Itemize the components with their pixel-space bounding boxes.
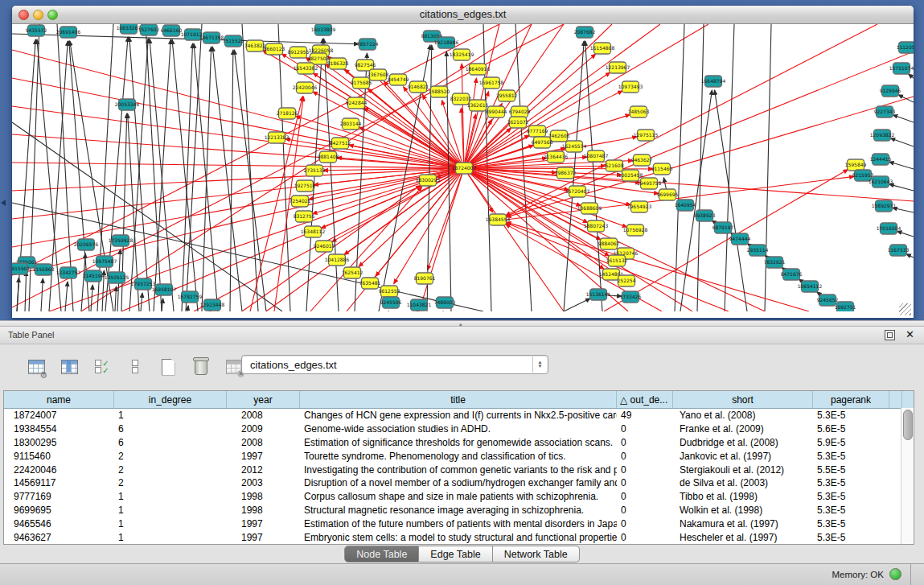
network-node[interactable]: 6466160	[161, 25, 183, 36]
network-node[interactable]: 8912955	[288, 47, 310, 58]
network-node[interactable]: 15136141	[586, 289, 611, 300]
network-node[interactable]: 9435572	[26, 25, 47, 36]
network-node[interactable]: 8190761	[414, 273, 436, 284]
network-node[interactable]: 20691406	[56, 27, 81, 38]
network-node[interactable]: 8660123	[264, 43, 285, 55]
network-node[interactable]: 9115460	[651, 163, 673, 175]
network-node[interactable]: 1621072	[507, 117, 529, 128]
network-node[interactable]: 16033809	[311, 24, 336, 35]
network-node[interactable]: 16154808	[590, 43, 615, 54]
table-row[interactable]: 1872400712008Changes of HCN gene express…	[4, 409, 914, 422]
network-node[interactable]: 9884067	[598, 238, 620, 249]
table-row[interactable]: 977716911998Corpus callosum shape and si…	[4, 490, 914, 504]
network-node[interactable]: 1145194	[83, 270, 105, 282]
network-node[interactable]: 16782759	[178, 291, 203, 303]
network-node[interactable]: 11043821	[407, 299, 432, 311]
network-node[interactable]: 10025458	[618, 170, 643, 181]
network-node[interactable]: 10654112	[798, 281, 823, 292]
column-header-pagerank[interactable]: pagerank	[813, 391, 889, 408]
network-node[interactable]: 12342757	[56, 267, 81, 278]
network-node[interactable]: 17359928	[109, 235, 133, 246]
network-node[interactable]: 7955812	[496, 90, 518, 101]
column-header-in_degree[interactable]: in_degree	[114, 391, 227, 408]
network-node[interactable]: 12975115	[634, 130, 659, 141]
network-node[interactable]: 6497568	[532, 137, 553, 148]
split-divider-handle-icon[interactable]: ▴	[459, 321, 462, 327]
network-node[interactable]: 9474444	[729, 233, 751, 245]
network-node[interactable]: 19654923	[627, 201, 652, 212]
network-node[interactable]: 1615132	[606, 255, 628, 266]
network-node[interactable]: 18807243	[584, 220, 609, 232]
network-node[interactable]: 8312755	[294, 211, 315, 222]
network-node[interactable]: 7832621	[764, 257, 786, 268]
column-header-△ out_de...[interactable]: △ out_de...	[617, 391, 673, 408]
network-node[interactable]: 10807487	[584, 150, 609, 162]
network-canvas[interactable]: 9435572206914061065326715276026466160107…	[12, 24, 914, 311]
network-node[interactable]: 10973493	[618, 81, 643, 93]
network-node[interactable]: 1112053	[897, 42, 914, 53]
network-node[interactable]: 1733426	[620, 291, 642, 303]
network-node[interactable]: 17016504	[877, 223, 901, 234]
column-header-filler[interactable]	[889, 391, 902, 408]
tab-node-table[interactable]: Node Table	[344, 546, 419, 562]
network-node[interactable]: 9463627	[631, 154, 653, 166]
network-node[interactable]: 16648794	[701, 76, 726, 87]
network-node[interactable]: 9612553	[379, 286, 400, 297]
network-node[interactable]: 10975487	[92, 256, 117, 267]
network-node[interactable]: 2803144	[340, 118, 362, 130]
network-node[interactable]: 13505135	[105, 272, 129, 283]
network-node[interactable]: 16958107	[152, 284, 177, 295]
network-node[interactable]: 8186328	[327, 58, 349, 69]
column-header-short[interactable]: short	[673, 391, 813, 408]
network-node[interactable]: 1244415	[870, 154, 892, 165]
network-node[interactable]: 15720407	[565, 186, 590, 197]
network-node[interactable]: 12093822	[870, 130, 895, 141]
network-node[interactable]: 2367608	[368, 69, 389, 80]
tab-edge-table[interactable]: Edge Table	[419, 546, 492, 562]
network-node[interactable]: 2718126	[277, 108, 298, 119]
network-node[interactable]: 10688609	[577, 203, 602, 214]
network-node[interactable]: 7254021	[290, 196, 311, 207]
network-node[interactable]: 1156868	[33, 264, 55, 275]
network-node[interactable]: 7635481	[359, 278, 381, 289]
network-node[interactable]: 16348112	[301, 226, 326, 237]
select-all-columns-button[interactable]: ✓ ✓	[90, 355, 114, 379]
network-node[interactable]: 1595849	[845, 159, 867, 171]
network-node[interactable]: 8454749	[388, 74, 409, 85]
network-node[interactable]: 1167533	[888, 245, 910, 256]
network-node[interactable]: 20053346	[115, 99, 140, 110]
unselect-all-columns-button[interactable]	[123, 355, 147, 379]
table-row[interactable]: 911546021997Tourette syndrome. Phenomeno…	[4, 449, 914, 463]
table-row[interactable]: 969969511998Structural magnetic resonanc…	[4, 504, 914, 517]
network-node[interactable]: 8990444	[486, 106, 507, 117]
network-node[interactable]: 16210643	[869, 176, 893, 187]
network-node[interactable]: 7515526	[223, 35, 244, 47]
table-row[interactable]: 1938455462009Genome-wide association stu…	[4, 422, 914, 436]
network-node[interactable]: 16245574	[562, 141, 587, 152]
network-node[interactable]: 10756928	[623, 225, 648, 236]
network-node[interactable]: 21364436	[544, 151, 569, 163]
network-node[interactable]: 7625412	[342, 267, 363, 278]
network-node[interactable]: 12923448	[200, 299, 225, 311]
float-panel-icon[interactable]	[885, 330, 895, 340]
network-node[interactable]: 1092751	[835, 302, 856, 311]
network-node[interactable]: 9146821	[408, 81, 429, 93]
network-node[interactable]: 6879197	[713, 222, 734, 233]
network-view[interactable]: 9435572206914061065326715276026466160107…	[12, 24, 914, 311]
show-columns-button[interactable]	[57, 355, 81, 379]
table-row[interactable]: 1830029562008Estimation of significance …	[4, 436, 914, 450]
network-node[interactable]: 9175685	[351, 77, 372, 89]
memory-ok-indicator-icon[interactable]	[889, 568, 901, 580]
network-node[interactable]: 18300295	[416, 175, 441, 186]
network-node[interactable]: 15751074	[889, 63, 914, 74]
table-settings-button[interactable]: ⚙	[24, 355, 48, 379]
window-titlebar[interactable]: citations_edges.txt	[12, 6, 914, 24]
window-resize-grip[interactable]	[899, 303, 911, 315]
panel-collapse-arrow-icon[interactable]	[1, 200, 6, 206]
network-node[interactable]: 1640954	[675, 200, 696, 211]
network-node[interactable]: 9245506	[380, 297, 402, 308]
network-node[interactable]: 10412886	[325, 254, 350, 266]
column-header-year[interactable]: year	[227, 391, 300, 408]
network-node[interactable]: 2735133	[304, 165, 326, 176]
network-node[interactable]: 1927516	[294, 180, 316, 192]
